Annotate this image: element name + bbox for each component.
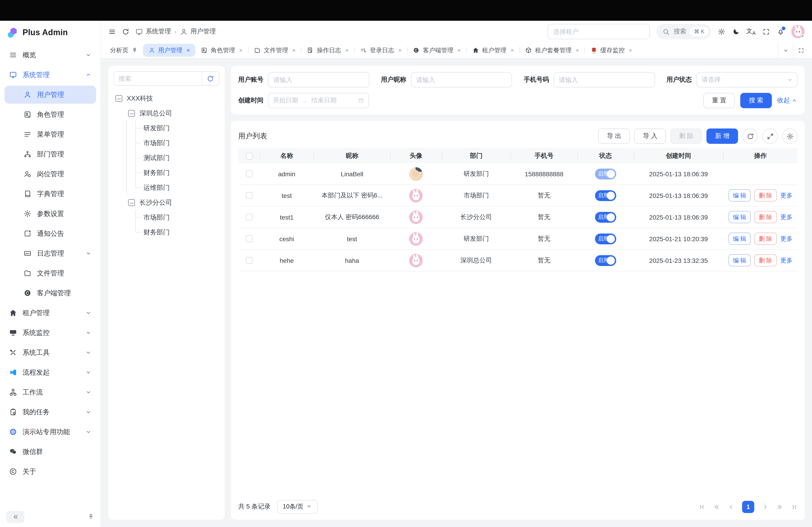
page-size-select[interactable]: 10条/页	[277, 500, 317, 513]
menu-toggle-button[interactable]	[108, 28, 116, 35]
tab-操作日志[interactable]: 操作日志×	[302, 42, 354, 58]
checkbox[interactable]	[246, 192, 252, 199]
sidebar-item-日志管理[interactable]: DEV日志管理	[4, 244, 96, 262]
row-checkbox[interactable]	[238, 170, 260, 177]
sidebar-item-流程发起[interactable]: 流程发起	[4, 363, 96, 381]
sidebar-item-我的任务[interactable]: 我的任务	[4, 403, 96, 421]
edit-button[interactable]: 编 辑	[728, 189, 751, 201]
close-icon[interactable]: ×	[629, 47, 632, 54]
export-button[interactable]: 导 出	[598, 129, 630, 144]
close-icon[interactable]: ×	[398, 47, 402, 54]
row-checkbox[interactable]	[238, 257, 260, 264]
sidebar-item-文件管理[interactable]: 文件管理	[4, 264, 96, 282]
more-link[interactable]: 更多	[780, 191, 793, 199]
delete-button[interactable]: 删 除	[670, 129, 702, 144]
account-input[interactable]	[268, 72, 369, 88]
tab-缓存监控[interactable]: redis缓存监控×	[585, 42, 638, 58]
row-checkbox[interactable]	[238, 192, 260, 199]
status-toggle[interactable]: 启用	[595, 212, 616, 223]
import-button[interactable]: 导 入	[635, 129, 666, 144]
refresh-page-button[interactable]	[122, 28, 129, 35]
add-button[interactable]: 新 增	[707, 129, 738, 144]
status-toggle[interactable]: 启用	[595, 168, 616, 179]
sidebar-item-通知公告[interactable]: 通知公告	[4, 225, 96, 243]
select-all-checkbox[interactable]	[238, 148, 260, 163]
table-refresh-button[interactable]	[742, 129, 758, 144]
content-fullscreen-button[interactable]	[793, 42, 808, 58]
sidebar-item-关于[interactable]: 关于	[4, 463, 96, 481]
tab-租户套餐管理[interactable]: 租户套餐管理×	[520, 42, 584, 58]
first-page-button[interactable]	[699, 503, 706, 510]
global-search-button[interactable]: 搜索 ⌘ K	[656, 24, 711, 39]
sidebar-item-演示站专用功能[interactable]: 演示站专用功能	[4, 423, 96, 441]
collapse-icon[interactable]	[128, 199, 135, 206]
close-icon[interactable]: ×	[187, 47, 190, 54]
delete-row-button[interactable]: 删 除	[754, 189, 777, 201]
table-row-test1[interactable]: test1仅本人 密码666666长沙分公司暂无启用2025-01-13 18:…	[238, 207, 798, 228]
sidebar-item-系统管理[interactable]: 系统管理	[4, 66, 96, 84]
nickname-input[interactable]	[411, 72, 512, 88]
delete-row-button[interactable]: 删 除	[754, 254, 777, 267]
collapse-icon[interactable]	[115, 95, 122, 102]
phone-input[interactable]	[553, 72, 655, 88]
sidebar-pin-button[interactable]	[88, 513, 94, 520]
reset-button[interactable]: 重 置	[703, 93, 735, 108]
checkbox[interactable]	[246, 235, 252, 242]
tree-node-财务部门[interactable]: 财务部门	[114, 225, 219, 240]
tab-list-dropdown-button[interactable]	[778, 42, 793, 58]
table-row-hehe[interactable]: hehehaha深圳总公司暂无启用2025-01-23 13:32:35编 辑删…	[238, 250, 798, 271]
row-checkbox[interactable]	[238, 214, 260, 221]
table-row-test[interactable]: test本部门及以下 密码6...市场部门暂无启用2025-01-13 18:0…	[238, 185, 798, 207]
checkbox[interactable]	[246, 153, 252, 160]
sidebar-item-参数设置[interactable]: 参数设置	[4, 205, 96, 223]
tree-node-测试部门[interactable]: 测试部门	[114, 151, 219, 165]
edit-button[interactable]: 编 辑	[728, 254, 751, 267]
close-icon[interactable]: ×	[576, 47, 579, 54]
tree-node-长沙分公司[interactable]: 长沙分公司	[114, 195, 219, 210]
status-toggle[interactable]: 启用	[595, 190, 616, 201]
sidebar-item-工作流[interactable]: 工作流	[4, 383, 96, 401]
app-logo[interactable]: Plus Admin	[0, 21, 101, 44]
close-icon[interactable]: ×	[510, 47, 514, 54]
close-icon[interactable]: ×	[458, 47, 461, 54]
tree-node-财务部门[interactable]: 财务部门	[114, 165, 219, 180]
table-settings-button[interactable]	[782, 129, 798, 144]
search-button[interactable]: 搜 索	[740, 93, 772, 108]
more-link[interactable]: 更多	[780, 235, 793, 243]
table-fullscreen-button[interactable]	[763, 129, 778, 144]
close-icon[interactable]: ×	[239, 47, 243, 54]
sidebar-item-微信群[interactable]: 微信群	[4, 443, 96, 461]
tab-租户管理[interactable]: 租户管理×	[467, 42, 519, 58]
pin-icon[interactable]	[131, 47, 137, 53]
tab-角色管理[interactable]: 角色管理×	[195, 42, 248, 58]
settings-button[interactable]	[717, 28, 725, 35]
sidebar-item-客户端管理[interactable]: 客户端管理	[4, 284, 96, 302]
edit-button[interactable]: 编 辑	[728, 232, 751, 245]
sidebar-item-菜单管理[interactable]: 菜单管理	[4, 125, 96, 144]
close-icon[interactable]: ×	[292, 47, 295, 54]
sidebar-item-租户管理[interactable]: 租户管理	[4, 304, 96, 322]
user-avatar[interactable]	[791, 25, 805, 38]
table-row-admin[interactable]: adminLinaBell研发部门15888888888启用2025-01-13…	[238, 163, 798, 185]
next-page-button[interactable]	[762, 503, 769, 510]
sidebar-item-系统工具[interactable]: 系统工具	[4, 344, 96, 362]
sidebar-item-角色管理[interactable]: 角色管理	[4, 105, 96, 123]
tree-node-市场部门[interactable]: 市场部门	[114, 136, 219, 151]
tab-分析页[interactable]: 分析页	[105, 42, 143, 58]
status-toggle[interactable]: 启用	[595, 255, 616, 266]
sidebar-item-系统监控[interactable]: 系统监控	[4, 324, 96, 342]
row-checkbox[interactable]	[238, 235, 260, 242]
notifications-button[interactable]	[777, 28, 784, 35]
dark-mode-toggle[interactable]	[732, 28, 740, 35]
tree-node-运维部门[interactable]: 运维部门	[114, 180, 219, 195]
tree-search-input[interactable]	[114, 72, 202, 85]
sidebar-item-用户管理[interactable]: 用户管理	[4, 86, 96, 104]
sidebar-item-字典管理[interactable]: 字典管理	[4, 185, 96, 203]
checkbox[interactable]	[246, 257, 252, 264]
prev-page-button[interactable]	[728, 503, 735, 510]
breadcrumb-item-system[interactable]: 系统管理	[135, 28, 171, 35]
delete-row-button[interactable]: 删 除	[754, 211, 777, 223]
tree-node-XXX科技[interactable]: XXX科技	[114, 91, 219, 106]
status-toggle[interactable]: 启用	[595, 233, 616, 244]
collapse-icon[interactable]	[128, 110, 135, 117]
